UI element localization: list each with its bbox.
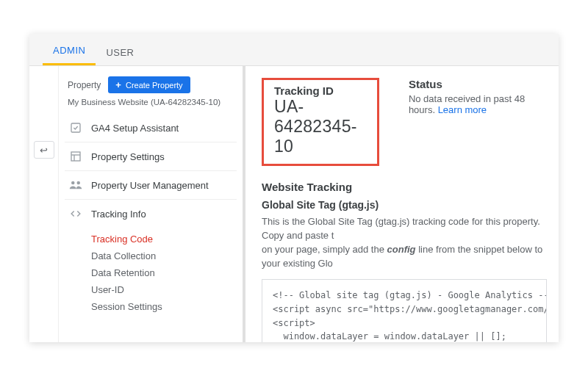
gtag-desc-line1: This is the Global Site Tag (gtag.js) tr… <box>262 216 540 241</box>
users-icon <box>69 178 82 192</box>
svg-point-5 <box>77 181 81 185</box>
status-label: Status <box>409 78 547 90</box>
gtag-heading: Global Site Tag (gtag.js) <box>262 199 547 211</box>
website-tracking-heading: Website Tracking <box>262 181 547 193</box>
tracking-id-value: UA-64282345-10 <box>274 97 367 156</box>
nav-user-management[interactable]: Property User Management <box>65 171 237 200</box>
sub-data-retention[interactable]: Data Retention <box>91 264 237 281</box>
property-name[interactable]: My Business Website (UA-64282345-10) <box>68 98 237 106</box>
tracking-id-label: Tracking ID <box>274 84 367 97</box>
sub-user-id[interactable]: User-ID <box>91 281 237 298</box>
sub-data-collection[interactable]: Data Collection <box>91 247 237 264</box>
nav-ga4-label: GA4 Setup Assistant <box>91 123 179 134</box>
svg-point-4 <box>71 181 75 185</box>
content-row: ↩ Property + Create Property My Business… <box>29 66 559 342</box>
gtag-desc-config: config <box>387 244 416 255</box>
svg-rect-0 <box>71 123 80 132</box>
property-row: Property + Create Property <box>65 76 237 93</box>
top-summary-row: Tracking ID UA-64282345-10 Status No dat… <box>262 78 547 166</box>
tracking-code-snippet[interactable]: <!-- Global site tag (gtag.js) - Google … <box>262 279 547 342</box>
nav-settings-label: Property Settings <box>91 151 165 162</box>
sidebar: Property + Create Property My Business W… <box>59 66 243 342</box>
tracking-sublist: Tracking Code Data Collection Data Reten… <box>91 231 237 315</box>
nav-usermgmt-label: Property User Management <box>91 180 209 191</box>
app-frame: ADMIN USER ↩ Property + Create Property … <box>29 34 559 342</box>
nav-property-settings[interactable]: Property Settings <box>65 142 237 171</box>
tab-admin[interactable]: ADMIN <box>43 34 96 65</box>
property-label: Property <box>68 80 101 90</box>
nav-tracking-label: Tracking Info <box>91 209 146 220</box>
plus-icon: + <box>115 80 121 90</box>
check-square-icon <box>69 121 82 134</box>
tab-bar: ADMIN USER <box>29 34 559 66</box>
back-column: ↩ <box>29 66 59 342</box>
sub-tracking-code[interactable]: Tracking Code <box>91 231 237 247</box>
learn-more-link[interactable]: Learn more <box>438 104 487 115</box>
gtag-description: This is the Global Site Tag (gtag.js) tr… <box>262 215 547 270</box>
nav-tracking-info[interactable]: Tracking Info <box>65 200 237 228</box>
status-text: No data received in past 48 hours. Learn… <box>409 93 547 115</box>
create-property-label: Create Property <box>126 81 183 90</box>
back-arrow-icon: ↩ <box>40 145 48 156</box>
back-button[interactable]: ↩ <box>34 141 54 159</box>
nav-ga4-setup[interactable]: GA4 Setup Assistant <box>65 114 237 142</box>
code-icon <box>69 207 82 220</box>
status-block: Status No data received in past 48 hours… <box>409 78 547 115</box>
layout-icon <box>69 150 82 163</box>
create-property-button[interactable]: + Create Property <box>108 76 190 93</box>
tracking-id-box: Tracking ID UA-64282345-10 <box>262 78 379 166</box>
sub-session-settings[interactable]: Session Settings <box>91 298 237 315</box>
main-panel: Tracking ID UA-64282345-10 Status No dat… <box>245 66 559 342</box>
gtag-desc-line2a: on your page, simply add the <box>262 244 387 255</box>
svg-rect-1 <box>71 152 80 161</box>
tab-user[interactable]: USER <box>96 34 144 65</box>
